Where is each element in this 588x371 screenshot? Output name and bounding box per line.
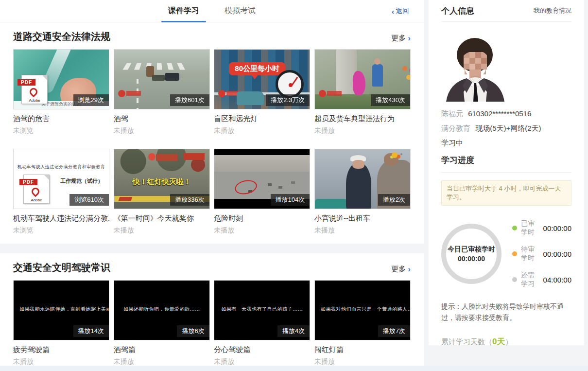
back-label: 返回 <box>396 7 409 16</box>
vehicle-graphic <box>146 66 154 77</box>
video-card[interactable]: 播放430次 超员及货车典型违法行为 未播放 <box>314 49 411 135</box>
progress-ring-label: 今日已审核学时 <box>448 245 495 254</box>
video-card[interactable]: 播放2次 小宫说道--出租车 未播放 <box>314 149 411 235</box>
video-title[interactable]: 疲劳驾驶篇 <box>13 345 109 354</box>
play-count-badge: 播放14次 <box>73 325 109 337</box>
program-label: 满分教育 <box>441 124 470 132</box>
back-link[interactable]: ‹ 返回 <box>392 0 409 22</box>
video-grid: 播放14次 如果我能永远陪伴她，直到看她穿上美丽嫁衣…… 疲劳驾驶篇 未播放 播… <box>13 280 411 366</box>
page: 课件学习 模拟考试 ‹ 返回 道路交通安全法律法规 更多 › 浏览29次 关于酒… <box>0 0 588 371</box>
play-count-badge: 浏览610次 <box>69 194 109 206</box>
video-title[interactable]: 分心驾驶篇 <box>214 345 310 354</box>
profile-photo <box>442 30 508 102</box>
legend-dot <box>512 251 517 256</box>
play-count-badge: 浏览29次 <box>73 94 109 106</box>
video-title[interactable]: 超员及货车典型违法行为 <box>314 114 411 123</box>
video-title[interactable]: 闯红灯篇 <box>314 345 411 354</box>
sidebar-header: 个人信息 我的教育情况 <box>441 0 571 22</box>
video-title[interactable]: 小宫说道--出租车 <box>314 214 411 223</box>
video-thumbnail[interactable]: 播放6次 如果还能听你唱，你最爱的歌…… <box>114 280 210 340</box>
days-label: 累计学习天数（ <box>441 337 492 346</box>
section-driving-knowledge: 交通安全文明驾驶常识 更多 › 播放14次 如果我能永远陪伴她，直到看她穿上美丽… <box>0 253 424 369</box>
video-thumbnail[interactable]: 播放601次 <box>114 49 210 109</box>
video-card[interactable]: 播放2.3万次 80公里每小时 盲区和远光灯 未播放 <box>214 49 310 135</box>
crosswalk-graphic <box>122 63 190 70</box>
video-card[interactable]: 播放601次 酒驾 未播放 <box>114 49 210 135</box>
profile-photo-image <box>442 30 508 102</box>
tab-bar: 课件学习 模拟考试 ‹ 返回 <box>0 0 424 22</box>
adobe-swoosh-graphic <box>28 87 39 98</box>
video-thumbnail[interactable]: 播放104次 <box>214 149 310 209</box>
taxi-graphic <box>315 199 349 209</box>
daily-hours-notice: 当日已审学时大于 4 小时，即可完成一天学习。 <box>441 180 571 206</box>
days-value: 0天 <box>492 337 505 346</box>
tab-courseware[interactable]: 课件学习 <box>168 0 199 22</box>
legend-label: 待审学时 <box>521 245 540 263</box>
video-title[interactable]: 《第一时间》今天就奖你 <box>114 214 210 223</box>
video-title[interactable]: 酒驾 <box>114 114 210 123</box>
sidebar-title: 个人信息 <box>441 5 474 17</box>
video-thumbnail[interactable]: 播放336次 快！红灯快灭啦！ <box>114 149 210 209</box>
video-status: 未播放 <box>114 126 210 135</box>
video-card[interactable]: 播放7次 如果我对他们而言只是一个普通的路人…… 闯红灯篇 未播放 <box>314 280 411 366</box>
video-thumbnail[interactable]: 播放2次 <box>314 149 411 209</box>
video-title[interactable]: 酒驾的危害 <box>13 114 109 123</box>
video-card[interactable]: 播放104次 危险时刻 未播放 <box>214 149 310 235</box>
video-card[interactable]: 播放6次 如果还能听你唱，你最爱的歌…… 酒驾篇 未播放 <box>114 280 210 366</box>
cartoon-car-graphic <box>237 91 264 105</box>
video-card[interactable]: 浏览29次 关于酒驾危害的认识PDFAdobe 酒驾的危害 未浏览 <box>13 49 109 135</box>
adobe-brand-label: Adobe <box>24 198 49 202</box>
legend-row: 已审学时00:00:00 <box>512 219 571 237</box>
video-card[interactable]: 播放14次 如果我能永远陪伴她，直到看她穿上美丽嫁衣…… 疲劳驾驶篇 未播放 <box>13 280 109 366</box>
video-thumbnail[interactable]: 播放430次 <box>314 49 411 109</box>
video-status: 未播放 <box>214 226 310 235</box>
legend-row: 还需学习04:00:00 <box>512 271 571 288</box>
more-label: 更多 <box>391 265 406 274</box>
more-link[interactable]: 更多 › <box>391 265 411 274</box>
study-status: 学习中 <box>441 139 571 148</box>
quote-caption: 如果我能永远陪伴她，直到看她穿上美丽嫁衣…… <box>14 306 109 313</box>
legend-dot <box>512 226 517 230</box>
video-card[interactable]: 播放336次 快！红灯快灭啦！ 《第一时间》今天就奖你 未播放 <box>114 149 210 235</box>
main-column: 课件学习 模拟考试 ‹ 返回 道路交通安全法律法规 更多 › 浏览29次 关于酒… <box>0 0 424 369</box>
video-title[interactable]: 机动车驾驶人违法记分满分教... <box>13 214 109 223</box>
highlight-circle-graphic <box>234 178 259 196</box>
legend-value: 04:00:00 <box>543 276 571 284</box>
play-count-badge: 播放601次 <box>170 94 209 106</box>
tab-mock-exam[interactable]: 模拟考试 <box>225 0 256 22</box>
video-thumbnail[interactable]: 浏览610次 机动车驾驶人违法记分满分教育和审验教育工作规范（试行）PDFAdo… <box>13 149 109 209</box>
video-title[interactable]: 危险时刻 <box>214 214 310 223</box>
section-laws: 道路交通安全法律法规 更多 › 浏览29次 关于酒驾危害的认识PDFAdobe … <box>0 22 424 244</box>
pdf-label: PDF <box>17 79 35 86</box>
legend-label: 还需学习 <box>521 271 540 288</box>
video-title[interactable]: 盲区和远光灯 <box>214 114 310 123</box>
user-info: 陈福元 610302********0516 满分教育 现场(5天)+网络(2天… <box>441 109 571 148</box>
video-thumbnail[interactable]: 播放4次 如果有一天我也有了自己的孩子…… <box>214 280 310 340</box>
video-title[interactable]: 酒驾篇 <box>114 345 210 354</box>
video-thumbnail[interactable]: 播放14次 如果我能永远陪伴她，直到看她穿上美丽嫁衣…… <box>13 280 109 340</box>
play-count-badge: 播放2.3万次 <box>266 94 310 106</box>
video-card[interactable]: 播放4次 如果有一天我也有了自己的孩子…… 分心驾驶篇 未播放 <box>214 280 310 366</box>
legend-row: 待审学时00:00:00 <box>512 245 571 263</box>
chevron-left-icon: ‹ <box>392 7 394 16</box>
video-thumbnail[interactable]: 播放7次 如果我对他们而言只是一个普通的路人…… <box>314 280 411 340</box>
video-status: 未播放 <box>13 357 109 366</box>
play-count-badge: 播放2次 <box>378 194 410 206</box>
video-thumbnail[interactable]: 浏览29次 关于酒驾危害的认识PDFAdobe <box>13 49 109 109</box>
video-thumbnail[interactable]: 播放2.3万次 80公里每小时 <box>214 49 310 109</box>
vehicle-graphic <box>268 183 272 186</box>
video-status: 未浏览 <box>13 226 109 235</box>
video-status: 未播放 <box>314 226 411 235</box>
section-title: 交通安全文明驾驶常识 <box>13 261 110 274</box>
vehicle-graphic <box>165 73 179 81</box>
legend-dot <box>512 277 517 282</box>
total-study-days: 累计学习天数（0天） <box>441 336 571 347</box>
more-link[interactable]: 更多 › <box>391 34 411 43</box>
video-card[interactable]: 浏览610次 机动车驾驶人违法记分满分教育和审验教育工作规范（试行）PDFAdo… <box>13 149 109 235</box>
channel-logo <box>118 90 125 97</box>
my-education-link[interactable]: 我的教育情况 <box>534 6 571 15</box>
channel-logo <box>319 90 326 97</box>
section-title: 道路交通安全法律法规 <box>13 30 110 43</box>
personal-info-sidebar: 个人信息 我的教育情况 <box>429 0 584 345</box>
video-status: 未浏览 <box>13 126 109 135</box>
